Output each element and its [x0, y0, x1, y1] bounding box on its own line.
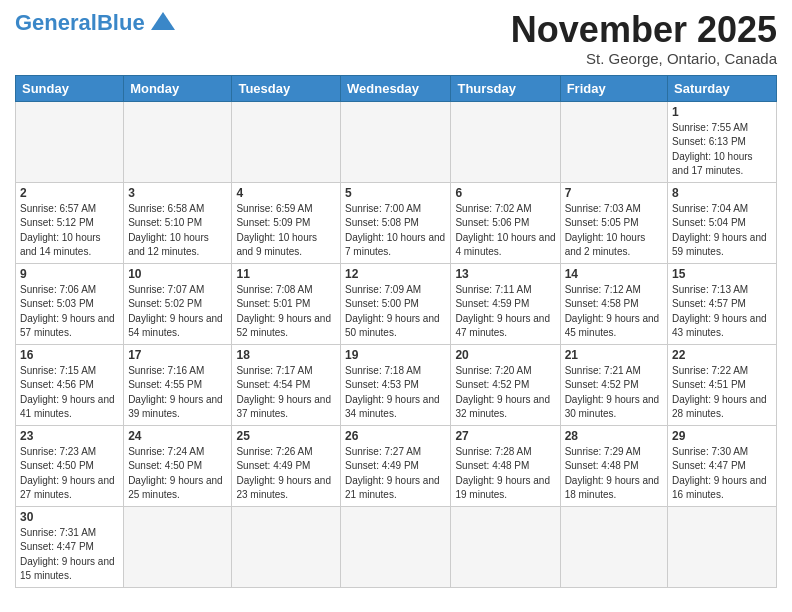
- day-info: Sunrise: 6:58 AM Sunset: 5:10 PM Dayligh…: [128, 202, 227, 260]
- day-info: Sunrise: 7:30 AM Sunset: 4:47 PM Dayligh…: [672, 445, 772, 503]
- calendar-cell: 21Sunrise: 7:21 AM Sunset: 4:52 PM Dayli…: [560, 344, 667, 425]
- day-number: 4: [236, 186, 336, 200]
- weekday-header-tuesday: Tuesday: [232, 75, 341, 101]
- calendar-cell: [16, 101, 124, 182]
- calendar-cell: 27Sunrise: 7:28 AM Sunset: 4:48 PM Dayli…: [451, 425, 560, 506]
- day-number: 8: [672, 186, 772, 200]
- day-info: Sunrise: 7:23 AM Sunset: 4:50 PM Dayligh…: [20, 445, 119, 503]
- calendar-cell: 22Sunrise: 7:22 AM Sunset: 4:51 PM Dayli…: [668, 344, 777, 425]
- calendar-cell: 28Sunrise: 7:29 AM Sunset: 4:48 PM Dayli…: [560, 425, 667, 506]
- calendar-table: SundayMondayTuesdayWednesdayThursdayFrid…: [15, 75, 777, 588]
- header: GeneralBlue November 2025 St. George, On…: [15, 10, 777, 67]
- day-number: 20: [455, 348, 555, 362]
- day-number: 22: [672, 348, 772, 362]
- day-number: 11: [236, 267, 336, 281]
- day-number: 5: [345, 186, 446, 200]
- calendar-cell: 12Sunrise: 7:09 AM Sunset: 5:00 PM Dayli…: [341, 263, 451, 344]
- day-info: Sunrise: 7:07 AM Sunset: 5:02 PM Dayligh…: [128, 283, 227, 341]
- calendar-cell: [560, 506, 667, 587]
- calendar-cell: 6Sunrise: 7:02 AM Sunset: 5:06 PM Daylig…: [451, 182, 560, 263]
- day-info: Sunrise: 6:59 AM Sunset: 5:09 PM Dayligh…: [236, 202, 336, 260]
- day-number: 23: [20, 429, 119, 443]
- day-number: 3: [128, 186, 227, 200]
- calendar-cell: 10Sunrise: 7:07 AM Sunset: 5:02 PM Dayli…: [124, 263, 232, 344]
- calendar-cell: 24Sunrise: 7:24 AM Sunset: 4:50 PM Dayli…: [124, 425, 232, 506]
- day-info: Sunrise: 7:31 AM Sunset: 4:47 PM Dayligh…: [20, 526, 119, 584]
- day-number: 16: [20, 348, 119, 362]
- day-number: 15: [672, 267, 772, 281]
- calendar-cell: [341, 101, 451, 182]
- title-area: November 2025 St. George, Ontario, Canad…: [511, 10, 777, 67]
- day-number: 27: [455, 429, 555, 443]
- day-info: Sunrise: 7:03 AM Sunset: 5:05 PM Dayligh…: [565, 202, 663, 260]
- day-number: 6: [455, 186, 555, 200]
- calendar-cell: 25Sunrise: 7:26 AM Sunset: 4:49 PM Dayli…: [232, 425, 341, 506]
- calendar-week-3: 16Sunrise: 7:15 AM Sunset: 4:56 PM Dayli…: [16, 344, 777, 425]
- weekday-header-sunday: Sunday: [16, 75, 124, 101]
- weekday-header-saturday: Saturday: [668, 75, 777, 101]
- weekday-header-thursday: Thursday: [451, 75, 560, 101]
- day-info: Sunrise: 7:06 AM Sunset: 5:03 PM Dayligh…: [20, 283, 119, 341]
- calendar-cell: 16Sunrise: 7:15 AM Sunset: 4:56 PM Dayli…: [16, 344, 124, 425]
- day-number: 17: [128, 348, 227, 362]
- calendar-cell: [232, 101, 341, 182]
- calendar-cell: [451, 101, 560, 182]
- day-number: 19: [345, 348, 446, 362]
- calendar-cell: 15Sunrise: 7:13 AM Sunset: 4:57 PM Dayli…: [668, 263, 777, 344]
- day-info: Sunrise: 7:22 AM Sunset: 4:51 PM Dayligh…: [672, 364, 772, 422]
- calendar-cell: [668, 506, 777, 587]
- day-info: Sunrise: 7:17 AM Sunset: 4:54 PM Dayligh…: [236, 364, 336, 422]
- calendar-cell: 26Sunrise: 7:27 AM Sunset: 4:49 PM Dayli…: [341, 425, 451, 506]
- calendar-cell: 29Sunrise: 7:30 AM Sunset: 4:47 PM Dayli…: [668, 425, 777, 506]
- day-info: Sunrise: 7:12 AM Sunset: 4:58 PM Dayligh…: [565, 283, 663, 341]
- calendar-cell: [560, 101, 667, 182]
- day-number: 2: [20, 186, 119, 200]
- month-title: November 2025: [511, 10, 777, 50]
- logo-general: General: [15, 10, 97, 35]
- day-info: Sunrise: 7:11 AM Sunset: 4:59 PM Dayligh…: [455, 283, 555, 341]
- logo-icon: [149, 8, 177, 36]
- svg-marker-0: [151, 12, 175, 30]
- logo: GeneralBlue: [15, 10, 177, 36]
- day-info: Sunrise: 7:15 AM Sunset: 4:56 PM Dayligh…: [20, 364, 119, 422]
- day-info: Sunrise: 7:26 AM Sunset: 4:49 PM Dayligh…: [236, 445, 336, 503]
- day-info: Sunrise: 7:13 AM Sunset: 4:57 PM Dayligh…: [672, 283, 772, 341]
- calendar-cell: 11Sunrise: 7:08 AM Sunset: 5:01 PM Dayli…: [232, 263, 341, 344]
- calendar-week-4: 23Sunrise: 7:23 AM Sunset: 4:50 PM Dayli…: [16, 425, 777, 506]
- day-number: 25: [236, 429, 336, 443]
- day-info: Sunrise: 7:24 AM Sunset: 4:50 PM Dayligh…: [128, 445, 227, 503]
- day-number: 10: [128, 267, 227, 281]
- day-number: 26: [345, 429, 446, 443]
- weekday-header-wednesday: Wednesday: [341, 75, 451, 101]
- day-number: 12: [345, 267, 446, 281]
- calendar-cell: 1Sunrise: 7:55 AM Sunset: 6:13 PM Daylig…: [668, 101, 777, 182]
- calendar-header-row: SundayMondayTuesdayWednesdayThursdayFrid…: [16, 75, 777, 101]
- day-number: 24: [128, 429, 227, 443]
- calendar-cell: [341, 506, 451, 587]
- calendar-cell: [124, 506, 232, 587]
- page: GeneralBlue November 2025 St. George, On…: [0, 0, 792, 603]
- day-info: Sunrise: 7:18 AM Sunset: 4:53 PM Dayligh…: [345, 364, 446, 422]
- day-number: 21: [565, 348, 663, 362]
- day-info: Sunrise: 7:08 AM Sunset: 5:01 PM Dayligh…: [236, 283, 336, 341]
- calendar-cell: [232, 506, 341, 587]
- day-number: 14: [565, 267, 663, 281]
- calendar-week-2: 9Sunrise: 7:06 AM Sunset: 5:03 PM Daylig…: [16, 263, 777, 344]
- calendar-cell: 23Sunrise: 7:23 AM Sunset: 4:50 PM Dayli…: [16, 425, 124, 506]
- day-number: 30: [20, 510, 119, 524]
- logo-blue: Blue: [97, 10, 145, 35]
- calendar-week-5: 30Sunrise: 7:31 AM Sunset: 4:47 PM Dayli…: [16, 506, 777, 587]
- day-info: Sunrise: 7:55 AM Sunset: 6:13 PM Dayligh…: [672, 121, 772, 179]
- weekday-header-friday: Friday: [560, 75, 667, 101]
- day-number: 29: [672, 429, 772, 443]
- day-info: Sunrise: 7:28 AM Sunset: 4:48 PM Dayligh…: [455, 445, 555, 503]
- calendar-cell: 8Sunrise: 7:04 AM Sunset: 5:04 PM Daylig…: [668, 182, 777, 263]
- day-info: Sunrise: 7:21 AM Sunset: 4:52 PM Dayligh…: [565, 364, 663, 422]
- weekday-header-monday: Monday: [124, 75, 232, 101]
- calendar-cell: 19Sunrise: 7:18 AM Sunset: 4:53 PM Dayli…: [341, 344, 451, 425]
- day-info: Sunrise: 7:04 AM Sunset: 5:04 PM Dayligh…: [672, 202, 772, 260]
- day-info: Sunrise: 7:27 AM Sunset: 4:49 PM Dayligh…: [345, 445, 446, 503]
- day-number: 18: [236, 348, 336, 362]
- day-number: 1: [672, 105, 772, 119]
- day-number: 7: [565, 186, 663, 200]
